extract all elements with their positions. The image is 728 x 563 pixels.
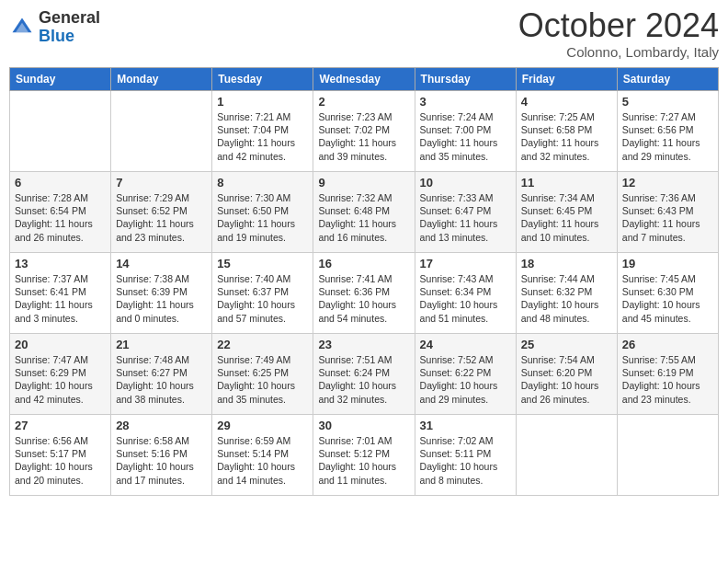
calendar-cell: 1Sunrise: 7:21 AM Sunset: 7:04 PM Daylig… — [212, 91, 313, 172]
weekday-header-sunday: Sunday — [10, 68, 111, 91]
weekday-header-row: SundayMondayTuesdayWednesdayThursdayFrid… — [10, 68, 719, 91]
week-row-5: 27Sunrise: 6:56 AM Sunset: 5:17 PM Dayli… — [10, 415, 719, 496]
calendar-cell: 24Sunrise: 7:52 AM Sunset: 6:22 PM Dayli… — [415, 334, 516, 415]
calendar-cell — [10, 91, 111, 172]
day-number: 22 — [217, 338, 308, 351]
calendar-cell: 2Sunrise: 7:23 AM Sunset: 7:02 PM Daylig… — [313, 91, 415, 172]
calendar-cell: 17Sunrise: 7:43 AM Sunset: 6:34 PM Dayli… — [415, 253, 516, 334]
day-info: Sunrise: 7:55 AM Sunset: 6:19 PM Dayligh… — [622, 353, 713, 406]
calendar-cell: 4Sunrise: 7:25 AM Sunset: 6:58 PM Daylig… — [516, 91, 617, 172]
day-number: 15 — [217, 257, 308, 270]
calendar-cell: 25Sunrise: 7:54 AM Sunset: 6:20 PM Dayli… — [516, 334, 617, 415]
day-info: Sunrise: 7:48 AM Sunset: 6:27 PM Dayligh… — [116, 353, 207, 406]
day-number: 31 — [420, 419, 511, 432]
day-info: Sunrise: 7:44 AM Sunset: 6:32 PM Dayligh… — [521, 272, 612, 325]
day-info: Sunrise: 7:54 AM Sunset: 6:20 PM Dayligh… — [521, 353, 612, 406]
calendar-cell: 29Sunrise: 6:59 AM Sunset: 5:14 PM Dayli… — [212, 415, 313, 496]
day-number: 19 — [622, 257, 713, 270]
day-number: 30 — [318, 419, 409, 432]
day-number: 28 — [116, 419, 207, 432]
day-number: 16 — [318, 257, 409, 270]
day-number: 18 — [521, 257, 612, 270]
day-number: 8 — [217, 176, 308, 190]
day-number: 5 — [622, 95, 713, 109]
day-info: Sunrise: 7:43 AM Sunset: 6:34 PM Dayligh… — [420, 272, 511, 325]
location: Colonno, Lombardy, Italy — [518, 44, 719, 60]
day-info: Sunrise: 7:28 AM Sunset: 6:54 PM Dayligh… — [15, 191, 106, 244]
page-header: General Blue October 2024 Colonno, Lomba… — [9, 9, 719, 60]
calendar-cell: 21Sunrise: 7:48 AM Sunset: 6:27 PM Dayli… — [111, 334, 212, 415]
day-info: Sunrise: 7:37 AM Sunset: 6:41 PM Dayligh… — [15, 272, 106, 325]
calendar-cell: 6Sunrise: 7:28 AM Sunset: 6:54 PM Daylig… — [10, 172, 111, 253]
calendar-cell: 26Sunrise: 7:55 AM Sunset: 6:19 PM Dayli… — [617, 334, 718, 415]
weekday-header-wednesday: Wednesday — [313, 68, 415, 91]
day-info: Sunrise: 7:41 AM Sunset: 6:36 PM Dayligh… — [318, 272, 409, 325]
day-number: 27 — [15, 419, 106, 432]
week-row-2: 6Sunrise: 7:28 AM Sunset: 6:54 PM Daylig… — [10, 172, 719, 253]
day-number: 2 — [318, 95, 409, 109]
calendar-cell: 12Sunrise: 7:36 AM Sunset: 6:43 PM Dayli… — [617, 172, 718, 253]
day-info: Sunrise: 7:47 AM Sunset: 6:29 PM Dayligh… — [15, 353, 106, 406]
day-number: 24 — [420, 338, 511, 351]
day-info: Sunrise: 7:51 AM Sunset: 6:24 PM Dayligh… — [318, 353, 409, 406]
day-number: 12 — [622, 176, 713, 190]
day-info: Sunrise: 7:52 AM Sunset: 6:22 PM Dayligh… — [420, 353, 511, 406]
logo-text: General Blue — [39, 9, 100, 46]
logo-icon — [9, 15, 35, 40]
calendar-cell: 22Sunrise: 7:49 AM Sunset: 6:25 PM Dayli… — [212, 334, 313, 415]
weekday-header-monday: Monday — [111, 68, 212, 91]
day-info: Sunrise: 7:40 AM Sunset: 6:37 PM Dayligh… — [217, 272, 308, 325]
week-row-4: 20Sunrise: 7:47 AM Sunset: 6:29 PM Dayli… — [10, 334, 719, 415]
title-block: October 2024 Colonno, Lombardy, Italy — [518, 9, 719, 60]
day-number: 4 — [521, 95, 612, 109]
calendar-cell: 14Sunrise: 7:38 AM Sunset: 6:39 PM Dayli… — [111, 253, 212, 334]
day-number: 3 — [420, 95, 511, 109]
month-title: October 2024 — [518, 9, 719, 42]
day-info: Sunrise: 7:29 AM Sunset: 6:52 PM Dayligh… — [116, 191, 207, 244]
day-info: Sunrise: 7:23 AM Sunset: 7:02 PM Dayligh… — [318, 110, 409, 163]
day-number: 29 — [217, 419, 308, 432]
calendar-cell: 13Sunrise: 7:37 AM Sunset: 6:41 PM Dayli… — [10, 253, 111, 334]
calendar-cell: 30Sunrise: 7:01 AM Sunset: 5:12 PM Dayli… — [313, 415, 415, 496]
day-info: Sunrise: 7:38 AM Sunset: 6:39 PM Dayligh… — [116, 272, 207, 325]
day-number: 23 — [318, 338, 409, 351]
day-info: Sunrise: 6:59 AM Sunset: 5:14 PM Dayligh… — [217, 434, 308, 487]
day-number: 9 — [318, 176, 409, 190]
day-info: Sunrise: 7:21 AM Sunset: 7:04 PM Dayligh… — [217, 110, 308, 163]
day-number: 11 — [521, 176, 612, 190]
calendar-cell — [111, 91, 212, 172]
day-number: 14 — [116, 257, 207, 270]
day-info: Sunrise: 6:56 AM Sunset: 5:17 PM Dayligh… — [15, 434, 106, 487]
day-info: Sunrise: 7:25 AM Sunset: 6:58 PM Dayligh… — [521, 110, 612, 163]
logo: General Blue — [9, 9, 100, 46]
weekday-header-friday: Friday — [516, 68, 617, 91]
day-info: Sunrise: 7:01 AM Sunset: 5:12 PM Dayligh… — [318, 434, 409, 487]
day-info: Sunrise: 7:24 AM Sunset: 7:00 PM Dayligh… — [420, 110, 511, 163]
day-info: Sunrise: 7:49 AM Sunset: 6:25 PM Dayligh… — [217, 353, 308, 406]
day-number: 20 — [15, 338, 106, 351]
calendar-cell — [617, 415, 718, 496]
calendar-cell: 7Sunrise: 7:29 AM Sunset: 6:52 PM Daylig… — [111, 172, 212, 253]
day-info: Sunrise: 7:45 AM Sunset: 6:30 PM Dayligh… — [622, 272, 713, 325]
day-number: 17 — [420, 257, 511, 270]
day-info: Sunrise: 6:58 AM Sunset: 5:16 PM Dayligh… — [116, 434, 207, 487]
calendar-cell: 8Sunrise: 7:30 AM Sunset: 6:50 PM Daylig… — [212, 172, 313, 253]
day-number: 10 — [420, 176, 511, 190]
calendar-cell: 23Sunrise: 7:51 AM Sunset: 6:24 PM Dayli… — [313, 334, 415, 415]
day-info: Sunrise: 7:33 AM Sunset: 6:47 PM Dayligh… — [420, 191, 511, 244]
day-number: 21 — [116, 338, 207, 351]
day-number: 7 — [116, 176, 207, 190]
day-number: 13 — [15, 257, 106, 270]
calendar-cell: 18Sunrise: 7:44 AM Sunset: 6:32 PM Dayli… — [516, 253, 617, 334]
day-number: 6 — [15, 176, 106, 190]
calendar-cell: 16Sunrise: 7:41 AM Sunset: 6:36 PM Dayli… — [313, 253, 415, 334]
calendar-cell: 11Sunrise: 7:34 AM Sunset: 6:45 PM Dayli… — [516, 172, 617, 253]
week-row-1: 1Sunrise: 7:21 AM Sunset: 7:04 PM Daylig… — [10, 91, 719, 172]
calendar-cell: 28Sunrise: 6:58 AM Sunset: 5:16 PM Dayli… — [111, 415, 212, 496]
day-info: Sunrise: 7:36 AM Sunset: 6:43 PM Dayligh… — [622, 191, 713, 244]
calendar-cell: 15Sunrise: 7:40 AM Sunset: 6:37 PM Dayli… — [212, 253, 313, 334]
calendar-cell: 19Sunrise: 7:45 AM Sunset: 6:30 PM Dayli… — [617, 253, 718, 334]
day-info: Sunrise: 7:02 AM Sunset: 5:11 PM Dayligh… — [420, 434, 511, 487]
calendar-body: 1Sunrise: 7:21 AM Sunset: 7:04 PM Daylig… — [10, 91, 719, 496]
calendar-cell: 31Sunrise: 7:02 AM Sunset: 5:11 PM Dayli… — [415, 415, 516, 496]
